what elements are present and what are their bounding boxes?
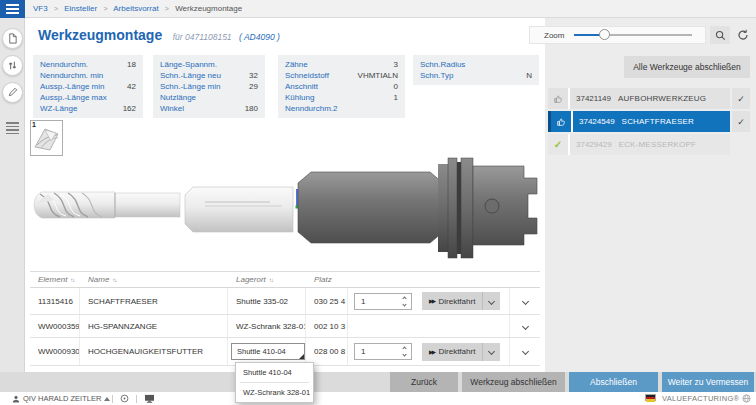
help-icon[interactable] xyxy=(120,394,129,403)
tool-check-cell: ✓ xyxy=(732,111,750,132)
info-value: 0 xyxy=(394,81,398,92)
tool-3d-view[interactable] xyxy=(30,156,542,268)
finish-all-tools-button[interactable]: Alle Werkzeuge abschließen xyxy=(624,56,750,78)
header-lagerort[interactable]: Lagerort↑↓ xyxy=(228,275,306,284)
direktfahrt-dropdown-icon[interactable] xyxy=(482,343,500,361)
row-expand-icon[interactable] xyxy=(510,315,540,337)
back-button[interactable]: Zurück xyxy=(390,372,458,392)
tool-name: ECK-MESSERKOPF xyxy=(619,140,696,149)
sort-arrows-icon[interactable] xyxy=(2,55,23,76)
cell-name: HOCHGENAUIGKEITSFUTTER xyxy=(80,338,228,365)
breadcrumb-arbeitsvorrat[interactable]: Arbeitsvorrat xyxy=(113,4,158,13)
zoom-slider[interactable] xyxy=(574,34,692,36)
stepper-down-icon[interactable] xyxy=(402,352,406,356)
sort-icon[interactable]: ↑↓ xyxy=(70,277,74,283)
dropdown-option[interactable]: WZ-Schrank 328-01 xyxy=(236,383,313,402)
footer-divider xyxy=(112,395,113,403)
magnifier-icon[interactable] xyxy=(710,26,730,44)
person-icon xyxy=(12,395,20,403)
info-value: VHMTIALN xyxy=(358,70,398,81)
page-title-code: ( AD4090 ) xyxy=(239,32,280,42)
footer-divider xyxy=(136,395,137,403)
topbar: VF3 > Einsteller > Arbeitsvorrat > Werkz… xyxy=(0,0,756,18)
row-expand-icon[interactable] xyxy=(510,288,540,314)
tool-list-item-done[interactable]: ✓ 37429429 ECK-MESSERKOPF xyxy=(548,134,730,155)
direktfahrt-button[interactable]: ▶▶ Direktfahrt xyxy=(422,292,500,310)
quantity-stepper[interactable]: 1 xyxy=(354,343,412,360)
left-sidebar xyxy=(0,18,25,405)
tool-thumbnail[interactable]: 1 xyxy=(30,120,63,156)
cell-platz: 028 00 8 xyxy=(306,338,348,365)
app-window: VF3 > Einsteller > Arbeitsvorrat > Werkz… xyxy=(0,0,756,405)
stepper-up-icon[interactable] xyxy=(402,346,406,350)
breadcrumb: VF3 > Einsteller > Arbeitsvorrat > Werkz… xyxy=(33,0,242,18)
info-value: 180 xyxy=(245,103,258,114)
stepper-up-icon[interactable] xyxy=(402,296,406,300)
thumb-up-icon[interactable] xyxy=(548,88,570,109)
cell-platz: 030 25 4 xyxy=(306,288,348,314)
monitor-icon[interactable] xyxy=(144,394,155,403)
pencil-icon[interactable] xyxy=(2,82,23,103)
right-panel: Alle Werkzeuge abschließen 37421149 AUFB… xyxy=(545,18,756,372)
info-label: Schneidstoff xyxy=(285,70,329,81)
refresh-icon[interactable] xyxy=(733,26,752,44)
info-label: Schn.Radius xyxy=(420,59,465,70)
info-value: 29 xyxy=(249,81,258,92)
cell-name: SCHAFTFRAESER xyxy=(80,288,228,314)
table-header-row: Element↑↓ Name↑↓ Lagerort↑↓ Platz xyxy=(30,271,540,288)
fast-forward-icon: ▶▶ xyxy=(422,298,438,304)
info-label: Nenndurchm.2 xyxy=(285,103,337,114)
thumb-up-icon[interactable] xyxy=(551,111,573,132)
row-expand-icon[interactable] xyxy=(510,338,540,365)
info-panel-lengths: Länge-Spannm. Schn.-Länge neu32 Schn.-Lä… xyxy=(153,55,265,118)
stepper-down-icon[interactable] xyxy=(402,302,406,306)
tool-holder xyxy=(298,158,537,258)
quantity-value: 1 xyxy=(355,297,403,306)
direktfahrt-dropdown-icon[interactable] xyxy=(482,292,500,310)
header-element[interactable]: Element↑↓ xyxy=(30,275,80,284)
tool-list-item[interactable]: 37421149 AUFBOHRWERKZEUG xyxy=(548,88,730,109)
user-menu-up-icon xyxy=(104,397,110,401)
montage-table: Element↑↓ Name↑↓ Lagerort↑↓ Platz 113154… xyxy=(30,271,540,366)
breadcrumb-einsteller[interactable]: Einsteller xyxy=(64,4,97,13)
finish-button[interactable]: Abschließen xyxy=(569,372,658,392)
dropdown-option[interactable]: Shuttle 410-04 xyxy=(236,363,313,382)
tool-list-item-selected[interactable]: 37424549 SCHAFTFRAESER xyxy=(548,111,730,132)
lagerort-combobox[interactable]: Shuttle 410-04 xyxy=(231,343,305,360)
info-label: Kühlung xyxy=(285,92,314,103)
info-label: WZ-Länge xyxy=(40,103,77,114)
info-panel-radius: Schn.Radius Schn.TypN xyxy=(413,55,539,85)
info-label: Aussp.-Länge max xyxy=(40,92,107,103)
list-icon[interactable] xyxy=(6,122,19,134)
tool-name: SCHAFTFRAESER xyxy=(622,117,694,126)
document-icon[interactable] xyxy=(2,28,23,49)
next-to-measure-button[interactable]: Weiter zu Vermessen xyxy=(662,372,754,392)
language-flag-icon[interactable] xyxy=(645,394,656,401)
check-icon: ✓ xyxy=(737,117,745,127)
user-menu[interactable]: QIV HARALD ZEITLER xyxy=(12,394,110,403)
quantity-stepper[interactable]: 1 xyxy=(354,293,412,310)
tool-check-cell: ✓ xyxy=(732,88,750,109)
zoom-slider-thumb[interactable] xyxy=(599,29,610,40)
info-value: 18 xyxy=(127,59,136,70)
sort-icon[interactable]: ↑↓ xyxy=(269,277,273,283)
table-row: 11315416 SCHAFTFRAESER Shuttle 335-02 03… xyxy=(30,288,540,315)
page-title-subtitle: für 0471108151 xyxy=(173,32,232,42)
check-icon: ✓ xyxy=(737,94,745,104)
breadcrumb-vf3[interactable]: VF3 xyxy=(33,4,48,13)
tool-id: 37421149 xyxy=(576,94,611,103)
sort-icon[interactable]: ↑↓ xyxy=(112,277,116,283)
info-label: Nenndurchm. min xyxy=(40,70,103,81)
tool-name: AUFBOHRWERKZEUG xyxy=(618,94,706,103)
header-name[interactable]: Name↑↓ xyxy=(80,275,228,284)
breadcrumb-separator: > xyxy=(54,5,58,12)
info-label: Schn.-Länge min xyxy=(160,81,220,92)
finish-tool-button[interactable]: Werkzeug abschließen xyxy=(462,372,565,392)
collet-sleeve xyxy=(185,187,293,232)
breadcrumb-separator: > xyxy=(103,5,107,12)
table-row: WW000359 HG-SPANNZANGE WZ-Schrank 328-01… xyxy=(30,315,540,338)
hamburger-menu-icon[interactable] xyxy=(0,0,25,18)
cell-element: 11315416 xyxy=(30,288,80,314)
direktfahrt-button[interactable]: ▶▶ Direktfahrt xyxy=(422,343,500,361)
cell-name: HG-SPANNZANGE xyxy=(80,315,228,337)
